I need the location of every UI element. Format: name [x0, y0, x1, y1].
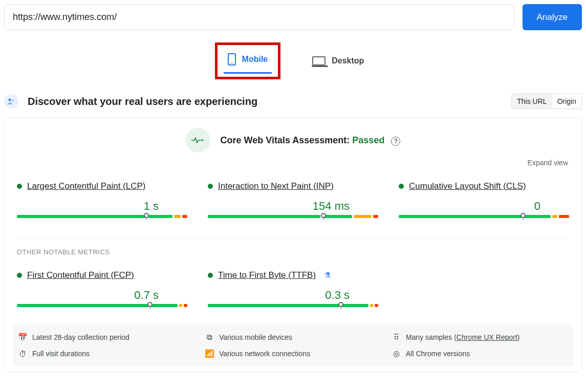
- status-dot: [208, 273, 213, 278]
- footer-versions: All Chrome versions: [406, 350, 470, 358]
- scope-this-url[interactable]: This URL: [512, 94, 552, 108]
- status-dot: [17, 273, 22, 278]
- analyze-button[interactable]: Analyze: [523, 4, 582, 30]
- discover-title: Discover what your real users are experi…: [28, 96, 257, 107]
- tab-desktop-label: Desktop: [332, 56, 364, 66]
- metric-name-link[interactable]: First Contentful Paint (FCP): [27, 270, 134, 280]
- footer-durations: Full visit durations: [32, 350, 90, 358]
- metric-value: 0.3 s: [208, 289, 350, 302]
- mobile-tab-highlight: Mobile: [215, 42, 281, 79]
- metric-name-link[interactable]: Time to First Byte (TTFB): [218, 270, 316, 280]
- stopwatch-icon: ⏱: [18, 350, 27, 358]
- users-icon: [4, 94, 18, 108]
- metric-value: 0: [399, 200, 540, 213]
- metric-value: 154 ms: [208, 200, 350, 213]
- metric-bar: [17, 215, 187, 220]
- metric-cwv-2: Cumulative Layout Shift (CLS)0: [399, 181, 569, 220]
- url-input[interactable]: [4, 4, 514, 30]
- marker: [520, 213, 526, 218]
- chrome-ux-report-link[interactable]: Chrome UX Report: [457, 333, 517, 341]
- svg-point-2: [201, 139, 203, 141]
- samples-icon: ⠿: [392, 333, 401, 342]
- status-dot: [17, 184, 22, 189]
- devices-icon: ⧉: [205, 333, 214, 342]
- tab-mobile[interactable]: Mobile: [221, 47, 275, 72]
- experimental-icon: ⚗: [324, 271, 331, 280]
- pulse-icon: [186, 128, 210, 153]
- metric-other-1: Time to First Byte (TTFB)⚗0.3 s: [208, 270, 378, 309]
- footer-devices: Various mobile devices: [219, 333, 292, 341]
- metric-cwv-0: Largest Contentful Paint (LCP)1 s: [17, 181, 187, 220]
- scope-toggle: This URL Origin: [511, 94, 582, 109]
- metric-cwv-1: Interaction to Next Paint (INP)154 ms: [208, 181, 378, 220]
- marker: [321, 213, 326, 218]
- footer-samples: Many samples (Chrome UX Report): [406, 333, 520, 341]
- svg-point-3: [203, 140, 204, 141]
- scope-origin[interactable]: Origin: [552, 94, 581, 108]
- metric-name-link[interactable]: Largest Contentful Paint (LCP): [27, 181, 146, 191]
- calendar-icon: 📅: [18, 333, 27, 342]
- assessment-panel: Core Web Vitals Assessment: Passed ? Exp…: [4, 117, 582, 372]
- other-metrics-title: OTHER NOTABLE METRICS: [9, 244, 577, 256]
- footer-network: Various network connections: [219, 350, 310, 358]
- cwv-title: Core Web Vitals Assessment: Passed ?: [221, 135, 401, 146]
- desktop-icon: [312, 56, 325, 66]
- svg-point-1: [12, 100, 14, 102]
- metric-name-link[interactable]: Cumulative Layout Shift (CLS): [409, 181, 526, 191]
- svg-point-0: [9, 99, 11, 101]
- divider: [17, 238, 569, 239]
- metric-bar: [399, 215, 569, 220]
- cwv-status: Passed: [352, 135, 384, 145]
- help-icon[interactable]: ?: [391, 137, 400, 146]
- status-dot: [399, 184, 404, 189]
- expand-view-link[interactable]: Expand view: [9, 153, 577, 167]
- status-dot: [208, 184, 213, 189]
- metric-bar: [17, 304, 187, 309]
- marker: [144, 213, 149, 218]
- chrome-icon: ◎: [392, 349, 401, 358]
- metric-value: 1 s: [17, 200, 159, 213]
- cwv-title-prefix: Core Web Vitals Assessment:: [221, 135, 353, 145]
- tab-mobile-label: Mobile: [242, 55, 268, 64]
- metric-bar: [208, 304, 378, 309]
- metric-name-link[interactable]: Interaction to Next Paint (INP): [218, 181, 334, 191]
- mobile-icon: [228, 53, 236, 66]
- metric-value: 0.7 s: [17, 289, 159, 302]
- metric-bar: [208, 215, 378, 220]
- marker: [338, 302, 343, 307]
- metric-other-0: First Contentful Paint (FCP)0.7 s: [17, 270, 187, 309]
- marker: [147, 302, 153, 307]
- network-icon: 📶: [205, 349, 214, 358]
- tab-desktop[interactable]: Desktop: [305, 50, 371, 72]
- footer-panel: 📅Latest 28-day collection period ⧉Variou…: [13, 324, 573, 366]
- footer-period: Latest 28-day collection period: [32, 333, 129, 341]
